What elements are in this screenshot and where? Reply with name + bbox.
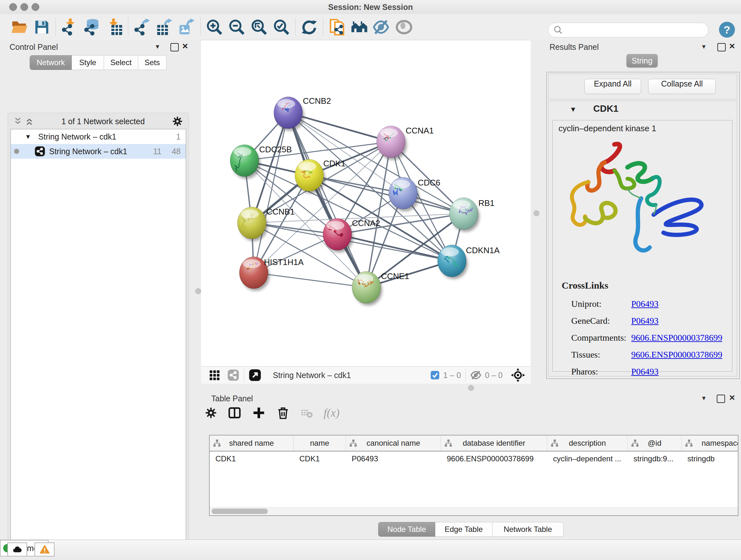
table-horizontal-scrollbar[interactable]: [210, 507, 738, 515]
crosslink-value-link[interactable]: P06493: [631, 316, 659, 326]
network-canvas[interactable]: CCNB2CCNA1CDC25BCDK1CDC6RB1CCNB1CCNA2CDK…: [201, 40, 531, 367]
tab-select[interactable]: Select: [104, 55, 138, 70]
table-cell[interactable]: stringdb:9...: [628, 451, 682, 466]
show-eye-button[interactable]: [393, 17, 415, 37]
network-edge[interactable]: [254, 113, 288, 273]
table-cell[interactable]: cyclin–dependent ...: [547, 451, 628, 466]
network-tree-child-row[interactable]: String Network – cdk1 11 48: [11, 144, 186, 159]
hidden-eye-icon[interactable]: [470, 369, 482, 381]
results-panel-close-button[interactable]: ✕: [729, 42, 735, 51]
column-header-id[interactable]: @id: [628, 435, 682, 451]
gene-caret-icon[interactable]: ▼: [569, 105, 577, 114]
import-network-button[interactable]: [58, 17, 81, 37]
tree-caret-icon[interactable]: ▼: [25, 133, 31, 140]
network-node-CDKN1A[interactable]: CDKN1A: [437, 245, 500, 279]
import-table-button[interactable]: [103, 17, 125, 37]
column-header-name[interactable]: name: [293, 435, 346, 451]
selected-checkbox-icon[interactable]: [430, 370, 440, 380]
export-network-button[interactable]: [131, 17, 153, 37]
tab-network-table[interactable]: Network Table: [492, 522, 563, 537]
columns-button[interactable]: [228, 406, 241, 420]
network-node-CCNA1[interactable]: CCNA1: [377, 126, 434, 160]
column-header-description[interactable]: description: [547, 435, 628, 451]
table-cell[interactable]: stringdb: [682, 451, 738, 466]
network-edge[interactable]: [254, 273, 366, 287]
zoom-selected-button[interactable]: [270, 17, 293, 37]
cloud-icon: [12, 545, 23, 554]
function-builder-button[interactable]: f(x): [324, 406, 340, 420]
table-cell[interactable]: P06493: [346, 451, 441, 466]
collapse-all-icon[interactable]: [13, 117, 23, 126]
help-button[interactable]: ?: [719, 22, 735, 38]
zoom-in-button[interactable]: [203, 17, 226, 37]
birdseye-icon[interactable]: [511, 368, 525, 382]
table-cell[interactable]: 9606.ENSP00000378699: [441, 451, 547, 466]
open-folder-button[interactable]: [8, 17, 30, 37]
search-box[interactable]: [548, 23, 709, 37]
warnings-button[interactable]: [35, 543, 55, 557]
control-panel-menu-caret[interactable]: ▾: [156, 43, 159, 51]
tab-node-table[interactable]: Node Table: [378, 522, 435, 537]
left-splitter-handle[interactable]: [195, 288, 201, 294]
network-node-HIST1H1A[interactable]: HIST1H1A: [239, 257, 304, 291]
detach-view-icon[interactable]: [249, 369, 261, 381]
results-panel-menu-caret[interactable]: ▾: [702, 43, 705, 51]
column-header-namespace[interactable]: namespace: [682, 435, 738, 451]
table-panel-close-button[interactable]: ✕: [729, 393, 735, 402]
plus-button[interactable]: [252, 406, 266, 420]
grid-view-icon[interactable]: [209, 369, 220, 381]
table-row[interactable]: CDK1CDK1P064939606.ENSP00000378699cyclin…: [210, 451, 738, 466]
crosslink-value-link[interactable]: P06493: [631, 367, 659, 377]
crosslink-value-link[interactable]: 9606.ENSP00000378699: [631, 350, 722, 360]
collapse-all-button[interactable]: Collapse All: [648, 79, 716, 94]
import-database-button[interactable]: [81, 17, 103, 37]
network-node-CCNA2[interactable]: CCNA2: [323, 219, 380, 253]
hide-selected-button[interactable]: [370, 17, 393, 37]
zoom-out-button[interactable]: [226, 17, 248, 37]
right-splitter-handle[interactable]: [534, 210, 539, 216]
export-image-button[interactable]: [176, 17, 198, 37]
network-edge[interactable]: [309, 175, 464, 213]
network-edge[interactable]: [337, 234, 452, 261]
table-panel-float-button[interactable]: [717, 395, 725, 403]
network-node-CDK1[interactable]: CDK1: [295, 159, 345, 193]
export-table-button[interactable]: [153, 17, 176, 37]
network-node-RB1[interactable]: RB1: [449, 198, 495, 232]
column-header-databaseidentifier[interactable]: database identifier: [441, 435, 547, 451]
expand-all-icon[interactable]: [24, 117, 34, 126]
control-panel-close-button[interactable]: ✕: [182, 42, 188, 51]
scrollbar-thumb[interactable]: [212, 509, 268, 514]
results-panel-float-button[interactable]: [718, 43, 726, 51]
table-del-button[interactable]: [300, 407, 313, 419]
table-panel-menu-caret[interactable]: ▾: [702, 394, 705, 402]
share-view-icon[interactable]: [227, 369, 239, 381]
table-cell[interactable]: CDK1: [210, 451, 293, 466]
home-pair-button[interactable]: [348, 17, 370, 37]
column-label: namespace: [701, 439, 738, 448]
trash-button[interactable]: [276, 406, 290, 420]
crosslink-value-link[interactable]: 9606.ENSP00000378699: [631, 333, 722, 343]
gear-icon[interactable]: [172, 116, 183, 127]
right-splitter[interactable]: [531, 40, 542, 392]
tab-sets[interactable]: Sets: [138, 55, 166, 70]
gear-button[interactable]: [205, 407, 217, 419]
tab-style[interactable]: Style: [72, 55, 104, 70]
table-cell[interactable]: CDK1: [293, 451, 346, 466]
refresh-button[interactable]: [298, 17, 320, 37]
control-panel-float-button[interactable]: [171, 43, 179, 51]
column-header-canonicalname[interactable]: canonical name: [346, 435, 441, 451]
column-header-sharedname[interactable]: shared name: [210, 435, 293, 451]
expand-all-button[interactable]: Expand All: [584, 79, 641, 94]
tab-edge-table[interactable]: Edge Table: [435, 522, 492, 537]
horizontal-splitter-handle[interactable]: [468, 385, 474, 391]
tab-string[interactable]: String: [626, 54, 658, 67]
zoom-fit-button[interactable]: [248, 17, 270, 37]
network-tree-root-row[interactable]: ▼ String Network – cdk1 1: [11, 129, 186, 144]
copy-share-button[interactable]: [326, 17, 348, 37]
save-button[interactable]: [30, 17, 53, 37]
node-table[interactable]: shared namenamecanonical namedatabase id…: [209, 435, 738, 516]
tab-network[interactable]: Network: [30, 55, 72, 70]
search-input[interactable]: [563, 25, 692, 35]
crosslink-value-link[interactable]: P06493: [631, 299, 659, 309]
cloud-button[interactable]: [7, 543, 27, 557]
